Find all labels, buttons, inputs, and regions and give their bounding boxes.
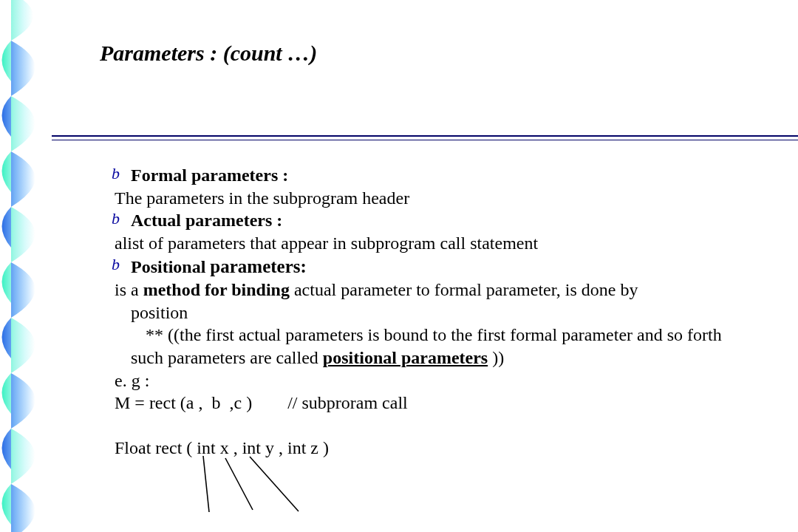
heading-positional-2: parameters: (210, 256, 307, 276)
desc-actual: alist of parameters that appear in subpr… (115, 232, 794, 255)
bullet-icon: b (112, 211, 120, 227)
example-label: e. g : (115, 369, 794, 392)
slide: Parameters : (count …) b Formal paramete… (0, 0, 798, 532)
positional-line1: is a method for binding actual parameter… (115, 279, 794, 301)
text-fragment: )) (488, 348, 504, 367)
title-underline-thin (52, 140, 798, 140)
slide-title: Parameters : (count …) (100, 41, 317, 66)
example-call: M = rect (a , b ,c ) // subproram call (115, 392, 794, 415)
heading-actual: Actual parameters : (131, 211, 282, 230)
svg-line-1 (225, 458, 253, 510)
text-fragment: actual parameter to formal parameter, is… (290, 280, 638, 299)
term-positional: positional parameters (323, 348, 488, 367)
side-decor (0, 0, 78, 532)
heading-positional-1: Positional (131, 257, 210, 276)
text-fragment: such parameters are called (131, 348, 323, 367)
heading-formal: Formal parameters : (131, 166, 288, 185)
desc-formal: The parameters in the subprogram header (115, 187, 794, 210)
svg-line-2 (250, 457, 299, 511)
positional-line2: position (115, 301, 794, 324)
bullet-icon: b (112, 166, 120, 182)
example-decl: Float rect ( int x , int y , int z ) (115, 437, 794, 460)
bullet-icon: b (112, 256, 120, 273)
body-text: b Formal parameters : The parameters in … (115, 164, 794, 460)
text-fragment: method for binding (143, 280, 290, 299)
svg-line-0 (203, 456, 209, 512)
text-fragment: is a (115, 280, 143, 299)
positional-note1: ** ((the first actual parameters is boun… (115, 324, 794, 347)
positional-note2: such parameters are called positional pa… (115, 347, 794, 369)
title-underline-thick (52, 135, 798, 137)
